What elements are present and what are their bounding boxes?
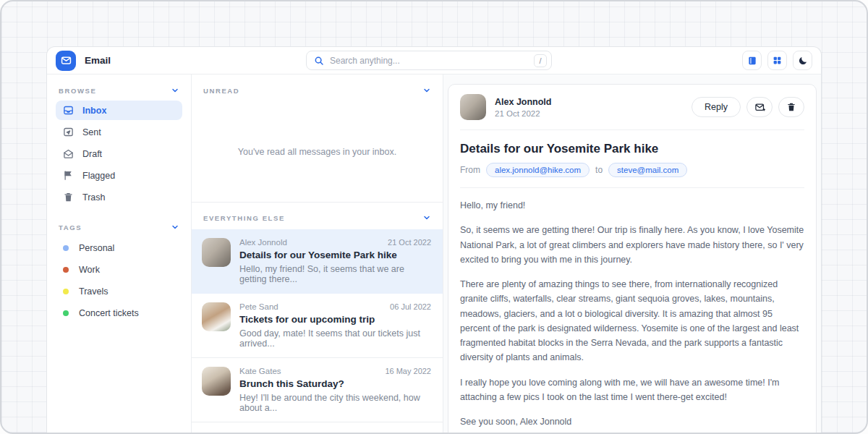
email-paragraph: I really hope you love coming along with… [460, 375, 804, 405]
apps-button[interactable] [767, 51, 787, 70]
app-title: Email [85, 55, 111, 66]
mail-date: 16 May 2022 [385, 367, 431, 375]
trash-icon [63, 192, 74, 203]
tag-label: Work [79, 265, 100, 275]
inbox-icon [63, 105, 74, 116]
email-paragraph: So, it seems we are getting there! Our t… [460, 223, 804, 267]
tag-dot [63, 289, 69, 294]
book-button[interactable] [742, 51, 762, 70]
search-shortcut-badge: / [534, 54, 547, 67]
mail-sender: Alex Jonnold [239, 238, 287, 247]
mail-subject: Details for our Yosemite Park hike [239, 250, 431, 260]
sidebar-item-label: Sent [82, 127, 101, 137]
grid-icon [773, 56, 782, 65]
tag-item-personal[interactable]: Personal [56, 237, 182, 259]
tag-label: Travels [79, 286, 109, 297]
mail-list-item[interactable]: Kate Gates 16 May 2022 Brunch this Satur… [192, 358, 443, 422]
tag-item-travels[interactable]: Travels [56, 281, 182, 302]
everything-else-section-header[interactable]: EVERYTHING ELSE [192, 203, 443, 229]
email-body: Hello, my friend! So, it seems we are ge… [460, 187, 804, 433]
tag-item-concert-tickets[interactable]: Concert tickets [56, 302, 182, 324]
desktop-background: Email / BROWSE I [0, 0, 868, 434]
chevron-down-icon[interactable] [422, 86, 431, 95]
unread-empty-state: You've read all messages in your inbox. [192, 102, 443, 202]
tag-label: Personal [79, 243, 114, 253]
everything-else-label: EVERYTHING ELSE [203, 214, 285, 222]
email-paragraph: Hello, my friend! [460, 198, 804, 213]
search-icon [314, 56, 324, 66]
email-detail-card: Alex Jonnold 21 Oct 2022 Reply Details f… [448, 84, 817, 433]
to-label: to [595, 165, 603, 175]
to-email-chip[interactable]: steve@mail.com [608, 163, 687, 177]
moon-icon [798, 56, 808, 66]
mail-sender: Pete Sand [239, 302, 278, 311]
unread-label: UNREAD [203, 87, 239, 95]
mail-list-column: UNREAD You've read all messages in your … [192, 75, 443, 433]
email-subject: Details for our Yosemite Park hike [460, 129, 804, 156]
chevron-down-icon[interactable] [171, 223, 179, 231]
browse-section-header[interactable]: BROWSE [56, 85, 182, 101]
email-paragraph: See you soon, Alex Jonnold [460, 414, 804, 429]
search-input[interactable] [330, 56, 534, 66]
send-icon [63, 127, 74, 137]
sidebar-item-flagged[interactable]: Flagged [56, 166, 182, 185]
mail-subject: Tickets for our upcoming trip [239, 314, 431, 325]
sidebar-item-label: Flagged [82, 171, 115, 181]
sidebar-item-draft[interactable]: Draft [56, 144, 182, 163]
mail-sender: Kate Gates [239, 367, 281, 375]
unread-section-header[interactable]: UNREAD [192, 75, 443, 102]
sidebar: BROWSE Inbox Sent Draft Flagged Tra [47, 75, 192, 433]
book-icon [747, 56, 757, 66]
forward-email-button[interactable] [746, 97, 773, 117]
mail-preview: Hey! I'll be around the city this weeken… [239, 393, 431, 413]
reading-pane: Alex Jonnold 21 Oct 2022 Reply Details f… [443, 75, 821, 433]
chevron-down-icon[interactable] [171, 86, 179, 95]
mail-list-item[interactable]: Pete Sand 06 Jul 2022 Tickets for our up… [192, 294, 443, 358]
sidebar-item-trash[interactable]: Trash [56, 187, 182, 207]
envelope-icon [61, 55, 72, 66]
tag-dot [63, 245, 69, 251]
delete-email-button[interactable] [778, 97, 804, 117]
mail-date: 21 Oct 2022 [388, 238, 431, 247]
reply-button[interactable]: Reply [692, 97, 741, 117]
avatar [202, 302, 231, 331]
sidebar-item-inbox[interactable]: Inbox [56, 101, 182, 120]
mail-date: 06 Jul 2022 [390, 302, 431, 311]
chevron-down-icon[interactable] [422, 213, 431, 222]
sidebar-item-label: Trash [82, 192, 106, 203]
tag-dot [63, 267, 69, 273]
app-logo [56, 51, 76, 71]
email-app-window: Email / BROWSE I [46, 46, 822, 433]
mail-list-item[interactable]: Alex Jonnold 21 Oct 2022 Details for our… [192, 229, 443, 294]
search-bar[interactable]: / [306, 51, 552, 70]
mail-preview: Hello, my friend! So, it seems that we a… [239, 264, 431, 284]
browse-label: BROWSE [59, 87, 96, 95]
trash-icon [786, 102, 796, 112]
open-envelope-icon [63, 148, 74, 159]
mail-subject: Brunch this Saturday? [239, 378, 431, 389]
mail-preview: Good day, mate! It seems that our ticket… [239, 328, 431, 349]
email-date: 21 Oct 2022 [495, 109, 551, 118]
from-email-chip[interactable]: alex.jonnold@hike.com [486, 163, 590, 177]
email-paragraph: There are plenty of amazing things to se… [460, 277, 804, 365]
sender-avatar [460, 94, 486, 120]
sidebar-item-sent[interactable]: Sent [56, 122, 182, 142]
app-header: Email / [47, 47, 821, 75]
avatar [202, 238, 231, 267]
tag-label: Concert tickets [79, 308, 139, 318]
sender-name: Alex Jonnold [495, 97, 551, 107]
tag-dot [63, 310, 69, 316]
dark-mode-button[interactable] [793, 51, 812, 70]
tags-label: TAGS [59, 224, 82, 231]
tag-item-work[interactable]: Work [56, 259, 182, 281]
flag-icon [63, 170, 74, 181]
tags-section-header[interactable]: TAGS [56, 221, 182, 237]
envelope-plus-icon [754, 102, 765, 113]
from-label: From [460, 165, 480, 175]
avatar [202, 367, 231, 396]
sidebar-item-label: Draft [82, 149, 102, 159]
sidebar-item-label: Inbox [82, 106, 106, 116]
